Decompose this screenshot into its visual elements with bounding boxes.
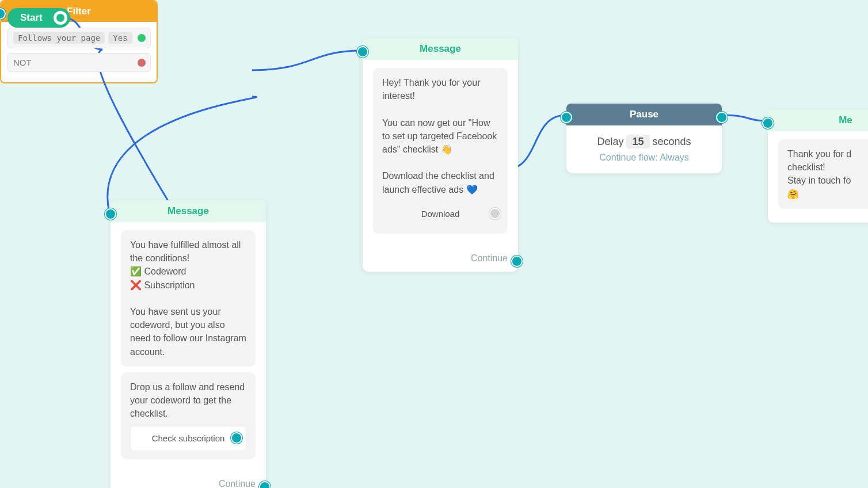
filter-field: Follows your page bbox=[13, 32, 105, 44]
msg2-checksub-port[interactable] bbox=[231, 432, 242, 444]
msg2-continue[interactable]: Continue bbox=[111, 473, 266, 488]
msg2-text3: Drop us a follow and resend your codewor… bbox=[130, 380, 246, 421]
msg3-header: Me bbox=[768, 109, 868, 131]
msg1-continue[interactable]: Continue bbox=[363, 247, 518, 272]
msg2-input-port[interactable] bbox=[105, 208, 116, 220]
msg2-text2: You have sent us your codeword, but you … bbox=[130, 305, 246, 359]
msg1-text2: You can now get our "How to set up targe… bbox=[382, 116, 498, 157]
msg2-header: Message bbox=[111, 200, 266, 222]
msg3-text1: Thank you for d bbox=[787, 147, 868, 161]
pause-header: Pause bbox=[566, 104, 722, 125]
filter-condition-not[interactable]: NOT bbox=[7, 53, 151, 72]
msg1-download-port[interactable] bbox=[489, 208, 501, 219]
start-label: Start bbox=[20, 12, 43, 24]
message-node-checksub[interactable]: Message You have fulfilled almost all th… bbox=[111, 200, 266, 488]
pause-input-port[interactable] bbox=[561, 112, 572, 123]
filter-output-not[interactable] bbox=[138, 59, 146, 67]
msg1-bubble: Hey! Thank you for your interest! You ca… bbox=[373, 68, 508, 234]
msg3-text2: checklist! bbox=[787, 161, 868, 174]
msg1-continue-port[interactable] bbox=[511, 256, 523, 267]
msg1-header: Message bbox=[363, 38, 518, 60]
message-node-download[interactable]: Message Hey! Thank you for your interest… bbox=[363, 38, 518, 272]
start-output-port[interactable] bbox=[54, 11, 67, 25]
pause-node[interactable]: Pause Delay 15 seconds Continue flow: Al… bbox=[566, 104, 722, 173]
msg2-bubble1: You have fulfilled almost all the condit… bbox=[121, 230, 256, 367]
msg3-bubble: Thank you for d checklist! Stay in touch… bbox=[778, 139, 868, 209]
filter-not-label: NOT bbox=[13, 58, 32, 67]
msg2-sub: ❌ Subscription bbox=[130, 279, 246, 292]
msg2-codeword: ✅ Codeword bbox=[130, 265, 246, 278]
pause-delay-value[interactable]: 15 bbox=[626, 135, 649, 148]
msg3-emoji: 🤗 bbox=[787, 188, 868, 201]
pause-delay-label: Delay bbox=[597, 136, 623, 147]
msg3-text3: Stay in touch fo bbox=[787, 174, 868, 187]
filter-output-yes[interactable] bbox=[138, 34, 146, 42]
msg3-input-port[interactable] bbox=[762, 117, 774, 129]
msg1-text3: Download the checklist and launch effect… bbox=[382, 169, 498, 196]
msg2-checksub-button[interactable]: Check subscription bbox=[130, 426, 246, 451]
pause-continue-text: Continue flow: Always bbox=[577, 152, 711, 163]
msg1-input-port[interactable] bbox=[357, 46, 368, 58]
start-node[interactable]: Start bbox=[7, 8, 70, 28]
message-node-thankyou[interactable]: Me Thank you for d checklist! Stay in to… bbox=[768, 109, 868, 223]
msg2-bubble2: Drop us a follow and resend your codewor… bbox=[121, 372, 256, 459]
msg1-text1: Hey! Thank you for your interest! bbox=[382, 76, 498, 102]
msg2-text1: You have fulfilled almost all the condit… bbox=[130, 238, 246, 265]
msg2-continue-port[interactable] bbox=[259, 481, 271, 488]
filter-value: Yes bbox=[108, 32, 132, 44]
pause-delay-unit: seconds bbox=[653, 136, 691, 147]
msg1-download-button[interactable]: Download bbox=[382, 202, 498, 226]
pause-output-port[interactable] bbox=[716, 112, 728, 123]
filter-condition-yes[interactable]: Follows your page Yes bbox=[7, 28, 151, 48]
